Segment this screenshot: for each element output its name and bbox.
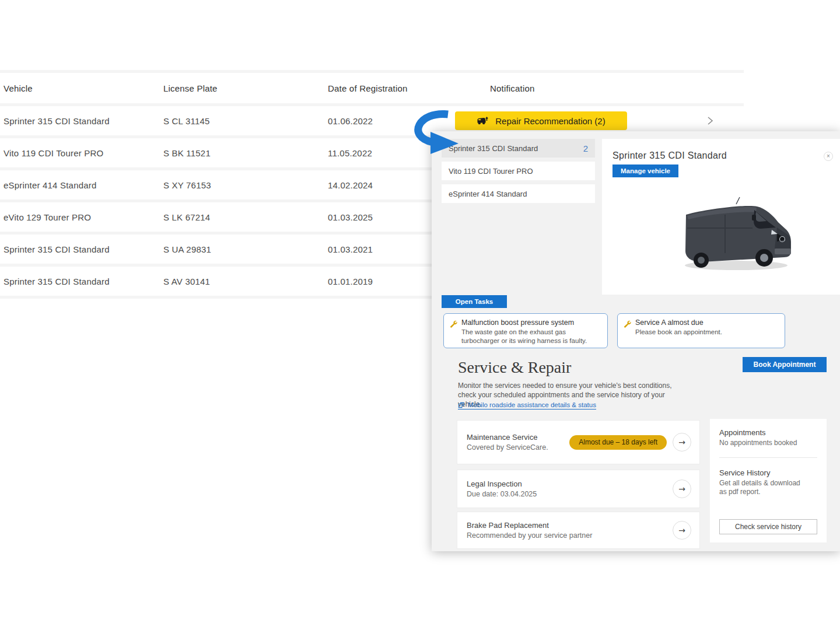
wrench-icon: [450, 320, 457, 328]
maintenance-service-card[interactable]: Maintenance Service Covered by ServiceCa…: [457, 420, 700, 464]
service-card-title: Legal Inspection: [467, 480, 673, 488]
cell-date: 01.03.2021: [328, 244, 373, 254]
fleet-management-screen: Vehicle License Plate Date of Registrati…: [0, 0, 840, 630]
col-header-vehicle: Vehicle: [4, 83, 33, 93]
mobilo-link-label: Mobilo roadside assistance details & sta…: [468, 401, 596, 408]
appointments-status: No appointments booked: [719, 439, 817, 448]
cell-vehicle: Vito 119 CDI Tourer PRO: [4, 148, 103, 158]
mobilo-assistance-link[interactable]: Mobilo roadside assistance details & sta…: [458, 401, 596, 410]
task-title: Malfunction boost pressure system: [461, 318, 601, 327]
service-history-title: Service History: [719, 468, 817, 477]
notification-count-badge: 2: [583, 144, 588, 153]
repair-recommendation-button[interactable]: Repair Recommendation (2): [455, 111, 627, 130]
service-card-subtitle: Recommended by your service partner: [467, 531, 673, 540]
van-repair-icon: [477, 116, 489, 126]
cell-plate: S AV 30141: [163, 276, 210, 286]
almost-due-badge: Almost due – 18 days left: [569, 435, 667, 450]
task-card-malfunction[interactable]: Malfunction boost pressure system The wa…: [443, 313, 608, 348]
callout-arrow-icon: [405, 107, 470, 156]
task-title: Service A almost due: [635, 318, 779, 327]
cell-plate: S UA 29831: [163, 244, 211, 254]
appointments-title: Appointments: [719, 428, 817, 437]
wrench-icon: [624, 320, 631, 328]
cell-date: 01.01.2019: [328, 276, 373, 286]
cell-vehicle: eVito 129 Tourer PRO: [4, 212, 91, 222]
open-tasks-tab[interactable]: Open Tasks: [442, 295, 507, 308]
repair-recommendation-panel: Sprinter 315 CDI Standard 2 Vito 119 CDI…: [432, 131, 840, 551]
cell-vehicle: Sprinter 315 CDI Standard: [4, 116, 110, 126]
task-description: Please book an appointment.: [635, 328, 779, 337]
service-card-subtitle: Covered by ServiceCare.: [467, 443, 569, 452]
task-description: The waste gate on the exhaust gas turboc…: [461, 328, 601, 345]
appointments-history-card: Appointments No appointments booked Serv…: [710, 419, 827, 542]
vehicle-detail-title: Sprinter 315 CDI Standard: [612, 150, 727, 161]
col-header-date: Date of Registration: [328, 83, 408, 93]
manage-vehicle-button[interactable]: Manage vehicle: [612, 164, 678, 177]
cell-plate: S LK 67214: [163, 212, 210, 222]
cell-vehicle: Sprinter 315 CDI Standard: [4, 276, 110, 286]
vehicle-item-label: Vito 119 CDI Tourer PRO: [449, 167, 533, 176]
cell-date: 01.06.2022: [328, 116, 373, 126]
repair-button-label: Repair Recommendation (2): [495, 116, 605, 126]
divider: [719, 457, 817, 458]
van-photo: [666, 195, 806, 276]
cell-date: 11.05.2022: [328, 148, 372, 158]
service-card-text: Maintenance Service Covered by ServiceCa…: [467, 433, 569, 452]
service-card-title: Maintenance Service: [467, 433, 569, 442]
vehicle-list-item-vito-119[interactable]: Vito 119 CDI Tourer PRO: [442, 162, 595, 180]
service-history-description: Get all details & download as pdf report…: [719, 479, 801, 497]
table-header-row: Vehicle License Plate Date of Registrati…: [0, 73, 744, 103]
arrow-right-button[interactable]: →: [673, 480, 691, 498]
cell-plate: S XY 76153: [163, 180, 211, 190]
col-header-plate: License Plate: [163, 83, 218, 93]
chevron-right-icon[interactable]: [705, 116, 715, 126]
external-link-icon: [458, 402, 464, 408]
service-card-title: Brake Pad Replacement: [467, 521, 673, 530]
service-card-subtitle: Due date: 03.04.2025: [467, 490, 673, 498]
book-appointment-button[interactable]: Book Appointment: [743, 357, 827, 372]
service-repair-heading: Service & Repair: [458, 358, 571, 377]
brake-pad-card[interactable]: Brake Pad Replacement Recommended by you…: [457, 512, 700, 549]
cell-date: 01.03.2025: [328, 212, 373, 222]
vehicle-detail-card: Sprinter 315 CDI Standard × Manage vehic…: [602, 139, 840, 295]
task-card-service-a[interactable]: Service A almost due Please book an appo…: [617, 313, 785, 348]
cell-plate: S CL 31145: [163, 116, 210, 126]
service-card-text: Legal Inspection Due date: 03.04.2025: [467, 480, 673, 498]
close-icon[interactable]: ×: [824, 152, 833, 161]
arrow-right-button[interactable]: →: [673, 433, 691, 452]
vehicle-item-label: eSprinter 414 Standard: [449, 190, 527, 198]
check-service-history-button[interactable]: Check service history: [719, 519, 817, 534]
service-card-text: Brake Pad Replacement Recommended by you…: [467, 521, 673, 540]
vehicle-list-item-esprinter-414[interactable]: eSprinter 414 Standard: [442, 184, 595, 203]
cell-date: 14.02.2024: [328, 180, 373, 190]
col-header-notification: Notification: [490, 83, 535, 93]
cell-vehicle: Sprinter 315 CDI Standard: [4, 244, 110, 254]
legal-inspection-card[interactable]: Legal Inspection Due date: 03.04.2025 →: [457, 470, 700, 508]
arrow-right-button[interactable]: →: [673, 521, 691, 540]
cell-plate: S BK 11521: [163, 148, 211, 158]
cell-vehicle: eSprinter 414 Standard: [4, 180, 97, 190]
